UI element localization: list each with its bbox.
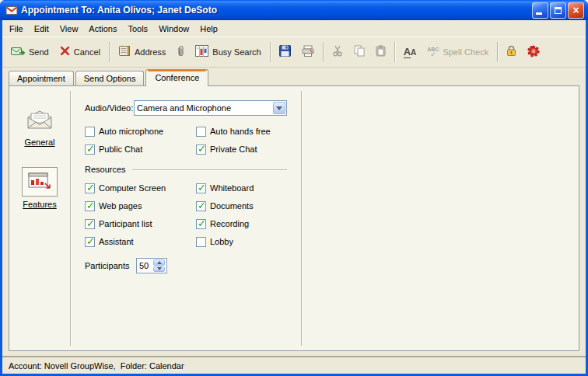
option-checkboxes: Auto microphone Auto hands free Public C… — [85, 126, 301, 155]
checkbox-auto-hands-free[interactable]: Auto hands free — [196, 126, 301, 137]
paperclip-icon — [177, 45, 184, 59]
minimize-button[interactable] — [532, 2, 548, 19]
paste-button[interactable] — [370, 41, 391, 62]
checkbox-box[interactable] — [85, 127, 95, 137]
window-title: Appointment To: Anita Olivos; Janet DeSo… — [21, 5, 532, 16]
send-button[interactable]: Send — [5, 42, 54, 62]
checkbox-box[interactable] — [196, 144, 206, 155]
busy-search-button[interactable]: Busy Search — [190, 41, 266, 62]
save-button[interactable] — [274, 41, 296, 62]
font-button[interactable]: AA — [398, 43, 422, 61]
toolbar-separator — [323, 42, 324, 62]
maximize-icon — [555, 7, 562, 14]
statusbar-text: Account: Novell GroupWise, Folder: Calen… — [9, 361, 184, 371]
audio-video-select[interactable]: Camera and Microphone — [134, 100, 287, 116]
groupwise-icon — [5, 4, 18, 16]
checkbox-label: Auto hands free — [210, 127, 271, 136]
menu-view[interactable]: View — [54, 22, 84, 36]
copy-icon — [354, 45, 365, 58]
checkbox-web-pages[interactable]: Web pages — [85, 200, 196, 211]
security-seal-icon — [527, 45, 540, 59]
checkbox-lobby[interactable]: Lobby — [196, 236, 301, 247]
menu-actions[interactable]: Actions — [83, 22, 122, 36]
checkbox-label: Recording — [210, 219, 249, 228]
menu-window[interactable]: Window — [153, 22, 194, 36]
checkbox-label: Lobby — [210, 237, 233, 246]
checkbox-label: Computer Screen — [99, 183, 166, 193]
send-label: Send — [29, 47, 49, 57]
menu-edit[interactable]: Edit — [29, 22, 54, 36]
dropdown-button[interactable] — [273, 102, 285, 114]
spin-up-button[interactable] — [153, 259, 165, 266]
cancel-icon — [60, 46, 70, 57]
lock-button[interactable] — [501, 41, 522, 62]
toolbar-separator — [109, 42, 110, 62]
security-seal-button[interactable] — [522, 41, 545, 63]
checkbox-label: Participant list — [99, 219, 152, 228]
checkbox-label: Assistant — [99, 237, 134, 246]
resources-label: Resources — [85, 165, 126, 174]
spin-down-button[interactable] — [153, 266, 165, 273]
menu-tools[interactable]: Tools — [122, 22, 153, 36]
font-icon: AA — [404, 47, 417, 57]
checkbox-private-chat[interactable]: Private Chat — [196, 144, 301, 155]
checkbox-label: Web pages — [99, 201, 142, 211]
checkbox-box[interactable] — [196, 201, 206, 211]
resources-divider — [132, 169, 287, 170]
toolbar-separator — [394, 42, 395, 62]
spell-check-button[interactable]: ABC ✓ Spell Check — [422, 43, 494, 61]
appointment-window: Appointment To: Anita Olivos; Janet DeSo… — [0, 0, 588, 376]
menu-help[interactable]: Help — [194, 22, 223, 36]
checkbox-box[interactable] — [85, 219, 95, 229]
checkbox-recording[interactable]: Recording — [196, 218, 301, 229]
cancel-button[interactable]: Cancel — [54, 42, 106, 61]
save-icon — [279, 45, 291, 58]
chevron-up-icon — [157, 261, 162, 264]
checkbox-box[interactable] — [196, 183, 206, 193]
checkbox-box[interactable] — [196, 219, 206, 229]
checkbox-computer-screen[interactable]: Computer Screen — [85, 183, 196, 193]
resource-checkboxes: Computer Screen Whiteboard Web pages Doc… — [85, 183, 301, 247]
checkbox-label: Documents — [210, 201, 254, 211]
participants-spinner — [136, 258, 167, 273]
participants-input[interactable] — [137, 259, 152, 273]
window-controls: × — [532, 2, 584, 19]
checkbox-box[interactable] — [85, 144, 95, 155]
close-button[interactable]: × — [568, 2, 584, 19]
tab-conference[interactable]: Conference — [145, 69, 208, 86]
copy-button[interactable] — [348, 41, 370, 62]
statusbar: Account: Novell GroupWise, Folder: Calen… — [2, 357, 586, 374]
toolbar-separator — [497, 42, 498, 62]
checkbox-box[interactable] — [196, 237, 206, 247]
tab-bar: Appointment Send Options Conference — [2, 68, 586, 86]
toolbar-separator — [270, 42, 271, 62]
checkbox-participant-list[interactable]: Participant list — [85, 218, 196, 229]
checkbox-box[interactable] — [85, 183, 95, 193]
general-panel-button[interactable]: General — [22, 105, 58, 147]
checkbox-box[interactable] — [85, 201, 95, 211]
paste-icon — [376, 45, 386, 58]
attach-button[interactable] — [171, 41, 190, 63]
general-icon — [22, 105, 58, 134]
checkbox-documents[interactable]: Documents — [196, 200, 301, 211]
conference-side-rail: General Features — [9, 86, 70, 350]
checkbox-whiteboard[interactable]: Whiteboard — [196, 183, 301, 193]
spell-check-label: Spell Check — [443, 47, 488, 57]
checkbox-public-chat[interactable]: Public Chat — [85, 144, 196, 155]
checkbox-box[interactable] — [196, 127, 206, 137]
checkbox-assistant[interactable]: Assistant — [85, 236, 196, 247]
menu-file[interactable]: File — [4, 22, 29, 36]
checkbox-box[interactable] — [85, 237, 95, 247]
address-button[interactable]: Address — [113, 41, 171, 62]
print-button[interactable] — [296, 41, 320, 62]
maximize-button[interactable] — [550, 2, 566, 19]
tab-send-options[interactable]: Send Options — [75, 71, 145, 85]
chevron-down-icon — [157, 267, 162, 270]
checkbox-auto-microphone[interactable]: Auto microphone — [85, 126, 196, 137]
tab-appointment[interactable]: Appointment — [9, 71, 74, 85]
print-icon — [302, 45, 314, 58]
features-panel-button[interactable]: Features — [22, 167, 58, 209]
cut-button[interactable] — [327, 41, 348, 62]
spell-check-icon: ABC ✓ — [427, 47, 439, 57]
features-label: Features — [23, 200, 56, 209]
